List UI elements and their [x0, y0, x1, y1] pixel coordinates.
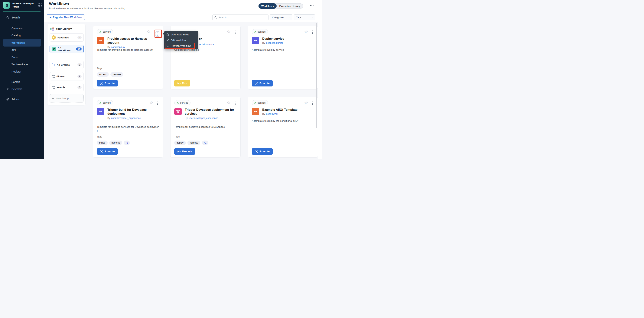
kebab-menu-icon[interactable]: [235, 102, 236, 105]
owner-link[interactable]: user:developer_experience: [188, 116, 218, 120]
category-chip-service[interactable]: service: [97, 29, 113, 34]
folder-icon: [52, 63, 55, 66]
sidebar-item-testnewpage[interactable]: TestNewPage: [0, 61, 44, 68]
workflow-icon: [97, 108, 104, 115]
kebab-menu-icon[interactable]: [312, 102, 313, 105]
tag-chip[interactable]: harness: [188, 140, 200, 145]
divider: [4, 91, 40, 91]
sidebar-item-admin[interactable]: Admin: [0, 96, 44, 103]
owner-link-fragment[interactable]: echdocs-core: [199, 43, 214, 46]
favorite-star-icon[interactable]: ☆: [304, 30, 308, 34]
tags-label: Tags: [174, 135, 180, 138]
tag-chip[interactable]: access: [97, 72, 109, 77]
execute-button[interactable]: Execute: [97, 80, 118, 86]
sidebar-item-catalog[interactable]: Catalog: [0, 32, 44, 39]
sidebar-item-api[interactable]: API: [0, 46, 44, 54]
category-chip-service[interactable]: service: [252, 100, 268, 105]
brand-title: Internal Developer Portal: [12, 2, 34, 8]
toolbar: + Register New Workflow Categories Tags: [44, 11, 322, 22]
page-title: Workflows: [49, 2, 69, 6]
toggle-workflows[interactable]: Workflows: [258, 4, 276, 9]
sidebar-item-search[interactable]: Search: [0, 14, 44, 22]
play-icon: [255, 150, 258, 153]
sidebar-item-sample[interactable]: Sample: [0, 78, 44, 86]
card-description: A template to display the conditional al…: [252, 119, 314, 123]
search-icon: [214, 16, 217, 19]
favorite-star-icon[interactable]: ☆: [304, 100, 308, 105]
tag-more-chip[interactable]: +1: [202, 140, 208, 145]
sidebar: Internal Developer Portal Search Overvie…: [0, 0, 44, 159]
card-title-fragment: er: [199, 37, 202, 41]
execute-button[interactable]: Execute: [97, 148, 118, 155]
favorite-star-icon[interactable]: ☆: [227, 30, 230, 34]
category-chip-service[interactable]: service: [97, 100, 113, 105]
tags-dropdown[interactable]: Tags: [294, 14, 315, 20]
page-subtitle: Provide developer self-service for flows…: [49, 7, 126, 10]
owner-link[interactable]: user:owner: [266, 112, 278, 115]
gear-icon: [99, 102, 102, 104]
run-button[interactable]: Run: [174, 80, 190, 86]
register-new-workflow-button[interactable]: + Register New Workflow: [47, 14, 85, 20]
scrollbar-thumb[interactable]: [316, 22, 317, 128]
card-title: Provide access to Harness account: [108, 37, 160, 45]
play-icon: [100, 82, 103, 85]
owner-link[interactable]: deepesh.kumar: [266, 42, 283, 44]
workflow-search-field[interactable]: [212, 14, 268, 20]
card-byline: Byuser:developer_experience: [108, 116, 160, 120]
sidebar-item-docs[interactable]: Docs: [0, 54, 44, 61]
tag-chip[interactable]: builds: [97, 140, 108, 145]
kebab-menu-icon[interactable]: [312, 30, 313, 34]
menu-item-refresh-workflow[interactable]: Refresh Workflow: [164, 43, 198, 48]
gear-icon: [6, 98, 9, 101]
sidebar-item-devtools[interactable]: DevTools: [0, 86, 44, 93]
categories-dropdown[interactable]: Categories: [270, 14, 292, 20]
execute-button[interactable]: Execute: [252, 148, 273, 155]
favorite-star-icon[interactable]: ☆: [149, 100, 153, 105]
kebab-menu-icon[interactable]: [235, 30, 236, 34]
wrench-icon: [6, 88, 9, 90]
library-item-all-groups[interactable]: All Groups 2: [50, 61, 84, 69]
sidebar-item-workflows[interactable]: Workflows: [3, 39, 41, 46]
search-input[interactable]: [218, 16, 266, 19]
count-badge: 0: [78, 36, 82, 39]
favorite-star-icon[interactable]: ☆: [146, 30, 150, 34]
library-header: Your Library: [50, 27, 72, 31]
tag-chip[interactable]: harness: [110, 72, 123, 77]
apps-grid-icon[interactable]: [38, 4, 42, 7]
count-badge: 14: [76, 48, 82, 50]
library-panel: Your Library ★ Favorites 0 All Workflows…: [47, 24, 86, 106]
menu-item-view-raw-yaml[interactable]: View Raw YAML: [164, 32, 198, 37]
tags-label: Tags: [97, 67, 102, 70]
toggle-execution-history[interactable]: Execution History: [276, 4, 303, 9]
card-title: Trigger Devspace deployment for services: [185, 108, 237, 116]
document-icon: [166, 33, 169, 36]
card-description: Template for providing access to Harness…: [97, 48, 159, 52]
library-item-all-workflows[interactable]: All Workflows 14: [50, 45, 84, 53]
brand: Internal Developer Portal: [3, 2, 42, 9]
execute-button[interactable]: Execute: [252, 80, 273, 86]
tag-more-chip[interactable]: +1: [124, 140, 130, 145]
new-group-button[interactable]: + New Group: [50, 94, 84, 102]
tag-chip[interactable]: deploy: [174, 140, 186, 145]
count-badge: 1: [78, 75, 82, 78]
sidebar-item-register[interactable]: Register: [0, 68, 44, 75]
workflow-icon: [252, 108, 259, 115]
category-chip-service[interactable]: service: [174, 100, 190, 105]
kebab-menu-button[interactable]: [155, 32, 160, 36]
divider: [4, 23, 40, 23]
library-item-sample[interactable]: sample 0: [50, 83, 84, 91]
execute-button[interactable]: Execute: [174, 148, 195, 155]
favorite-star-icon[interactable]: ☆: [227, 100, 230, 105]
library-item-favorites[interactable]: ★ Favorites 0: [50, 33, 84, 42]
tag-chip[interactable]: harness: [109, 140, 122, 145]
more-options-icon[interactable]: [310, 5, 314, 6]
gear-icon: [254, 102, 256, 104]
refresh-icon: [166, 44, 169, 47]
library-item-dkmasl[interactable]: dkmasl 1: [50, 72, 84, 80]
sidebar-item-overview[interactable]: Overview: [0, 25, 44, 32]
menu-item-edit-workflow[interactable]: Edit Workflow: [164, 37, 198, 43]
category-chip-service[interactable]: service: [252, 29, 268, 34]
kebab-menu-icon[interactable]: [157, 102, 158, 105]
owner-link[interactable]: user:developer_experience: [111, 116, 141, 120]
group-hierarchy-icon: [52, 75, 55, 78]
